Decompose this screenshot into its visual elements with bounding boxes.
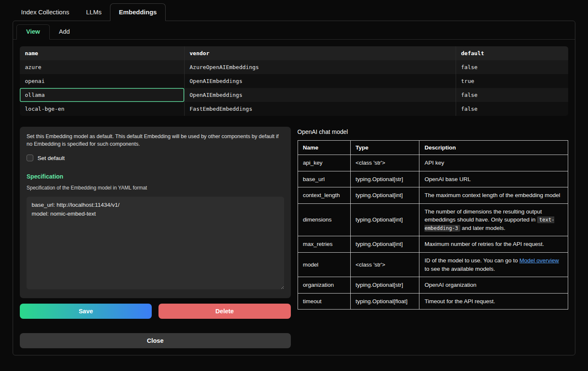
edit-card: Set this Embedding model as default. Thi… [20, 127, 291, 298]
param-description: Maximum number of retries for the API re… [419, 236, 568, 253]
description-text: to see the available models. [424, 266, 495, 272]
embeddings-table-body: azureAzureOpenAIEmbeddingsfalseopenaiOpe… [20, 60, 568, 116]
params-table: Name Type Description api_key<class 'str… [298, 140, 569, 310]
cell-default: false [456, 102, 568, 116]
param-row: context_lengthtyping.Optional[int]The ma… [298, 187, 568, 204]
set-default-label: Set default [38, 155, 65, 161]
cell-name: local-bge-en [20, 102, 184, 116]
param-name: dimensions [298, 203, 350, 236]
cell-vendor: OpenAIEmbeddings [184, 88, 456, 102]
cell-vendor: FastEmbedEmbeddings [184, 102, 456, 116]
main-tabbar: Index Collections LLMs Embeddings [13, 3, 575, 21]
model-doc-column: OpenAI chat model Name Type Description … [298, 127, 569, 310]
param-row: organizationtyping.Optional[str]OpenAI o… [298, 277, 568, 294]
param-description: Timeout for the API request. [419, 293, 568, 310]
param-row: api_key<class 'str'>API key [298, 155, 568, 171]
save-button[interactable]: Save [20, 304, 152, 319]
param-column-name: Name [298, 141, 350, 155]
param-description: The maximum context length of the embedd… [419, 187, 568, 204]
specification-subtext: Specification of the Embedding model in … [27, 185, 284, 191]
param-name: max_retries [298, 236, 350, 253]
param-name: organization [298, 277, 350, 294]
close-button[interactable]: Close [20, 333, 291, 348]
param-column-description: Description [419, 141, 568, 155]
cell-name: azure [20, 60, 184, 74]
param-row: max_retriestyping.Optional[int]Maximum n… [298, 236, 568, 253]
param-type: <class 'str'> [350, 252, 419, 277]
param-name: api_key [298, 155, 350, 171]
panel-content: name vendor default azureAzureOpenAIEmbe… [13, 40, 575, 355]
description-text: The maximum context length of the embedd… [424, 192, 560, 198]
page: Index Collections LLMs Embeddings View A… [0, 0, 588, 355]
embeddings-table-header: name vendor default [20, 46, 568, 60]
tab-embeddings[interactable]: Embeddings [110, 3, 166, 21]
subtab-add[interactable]: Add [50, 25, 79, 39]
cell-vendor: OpenAIEmbeddings [184, 74, 456, 88]
cell-name: openai [20, 74, 184, 88]
param-name: timeout [298, 293, 350, 310]
param-type: typing.Optional[str] [350, 277, 419, 294]
params-table-body: api_key<class 'str'>API keybase_urltypin… [298, 155, 568, 310]
table-row[interactable]: ollamaOpenAIEmbeddingsfalse [20, 88, 568, 102]
specification-heading: Specification [27, 173, 284, 180]
yaml-spec-textarea[interactable]: base_url: http://localhost:11434/v1/ mod… [27, 197, 284, 289]
param-type: typing.Optional[int] [350, 187, 419, 204]
description-text: API key [424, 160, 444, 166]
cell-default: false [456, 60, 568, 74]
params-table-header: Name Type Description [298, 141, 568, 155]
cell-default: true [456, 74, 568, 88]
param-description: The number of dimensions the resulting o… [419, 203, 568, 236]
edit-column: Set this Embedding model as default. Thi… [20, 127, 291, 348]
param-type: typing.Optional[float] [350, 293, 419, 310]
description-text: Timeout for the API request. [424, 298, 495, 304]
param-name: base_url [298, 171, 350, 187]
tab-llms[interactable]: LLMs [78, 4, 110, 21]
model-overview-link[interactable]: Model overview [519, 257, 559, 264]
param-row: model<class 'str'>ID of the model to use… [298, 252, 568, 277]
param-description: OpenAI base URL [419, 171, 568, 187]
param-column-type: Type [350, 141, 419, 155]
param-type: typing.Optional[int] [350, 236, 419, 253]
description-text: The number of dimensions the resulting o… [424, 208, 542, 223]
param-row: base_urltyping.Optional[str]OpenAI base … [298, 171, 568, 187]
param-description: ID of the model to use. You can go to Mo… [419, 252, 568, 277]
column-header-vendor: vendor [184, 46, 456, 60]
table-row[interactable]: azureAzureOpenAIEmbeddingsfalse [20, 60, 568, 74]
cell-name: ollama [20, 88, 184, 102]
action-buttons: Save Delete [20, 304, 291, 319]
table-row[interactable]: local-bge-enFastEmbedEmbeddingsfalse [20, 102, 568, 116]
sub-tabbar: View Add [13, 21, 575, 40]
param-name: context_length [298, 187, 350, 204]
description-text: and later models. [460, 225, 505, 231]
param-type: typing.Optional[int] [350, 203, 419, 236]
column-header-name: name [20, 46, 184, 60]
description-text: ID of the model to use. You can go to [424, 257, 519, 264]
param-name: model [298, 252, 350, 277]
embeddings-table: name vendor default azureAzureOpenAIEmbe… [20, 46, 568, 116]
description-text: OpenAI base URL [424, 176, 471, 182]
set-default-row: Set default [27, 155, 284, 161]
embeddings-panel: View Add name vendor default azureAzureO… [13, 21, 575, 355]
param-row: dimensionstyping.Optional[int]The number… [298, 203, 568, 236]
tab-index-collections[interactable]: Index Collections [13, 4, 78, 21]
set-default-checkbox[interactable] [27, 155, 33, 161]
param-description: OpenAI organization [419, 277, 568, 294]
param-type: <class 'str'> [350, 155, 419, 171]
column-header-default: default [456, 46, 568, 60]
params-table-title: OpenAI chat model [298, 128, 569, 135]
subtab-view[interactable]: View [16, 24, 50, 40]
param-row: timeouttyping.Optional[float]Timeout for… [298, 293, 568, 310]
table-row[interactable]: openaiOpenAIEmbeddingstrue [20, 74, 568, 88]
param-type: typing.Optional[str] [350, 171, 419, 187]
delete-button[interactable]: Delete [158, 304, 290, 319]
param-description: API key [419, 155, 568, 171]
description-text: Maximum number of retries for the API re… [424, 241, 544, 247]
default-description: Set this Embedding model as default. Thi… [27, 133, 279, 148]
description-text: OpenAI organization [424, 282, 476, 288]
lower-section: Set this Embedding model as default. Thi… [20, 127, 568, 348]
cell-default: false [456, 88, 568, 102]
cell-vendor: AzureOpenAIEmbeddings [184, 60, 456, 74]
